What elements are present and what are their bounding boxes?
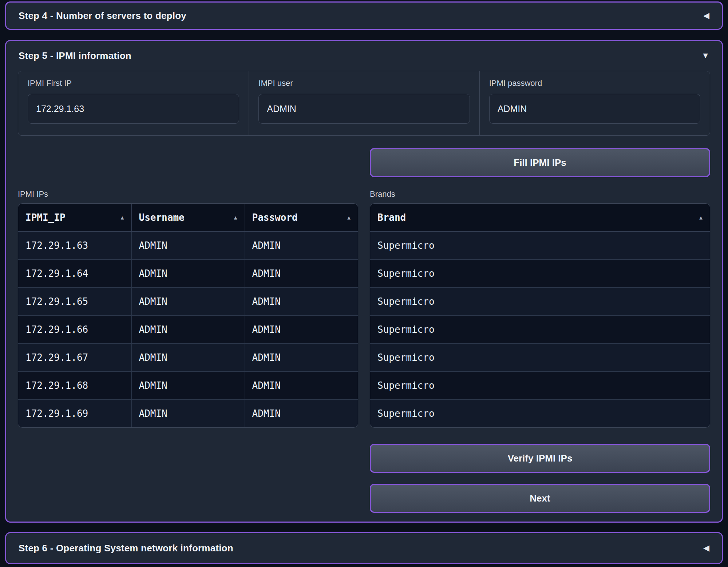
column-header-label: Username	[139, 212, 185, 223]
ipmi-ips-table-label: IPMI IPs	[18, 189, 358, 199]
table-row: Supermicro	[370, 316, 710, 344]
table-cell[interactable]: Supermicro	[370, 372, 710, 400]
table-row: Supermicro	[370, 344, 710, 372]
table-cell[interactable]: 172.29.1.66	[18, 316, 131, 344]
table-cell[interactable]: Supermicro	[370, 260, 710, 288]
step5-content: IPMI First IP IMPI user IPMI password Fi…	[6, 70, 722, 522]
table-row: 172.29.1.67ADMINADMIN	[18, 344, 358, 372]
brands-table-container: Brand▲SupermicroSupermicroSupermicroSupe…	[370, 203, 710, 428]
accordion-step5: Step 5 - IPMI information ▼ IPMI First I…	[5, 40, 723, 523]
table-cell[interactable]: ADMIN	[245, 288, 358, 316]
ipmi-password-label: IPMI password	[489, 79, 700, 88]
accordion-step4-title: Step 4 - Number of servers to deploy	[19, 10, 186, 21]
table-cell[interactable]: Supermicro	[370, 288, 710, 316]
accordion-step6-title: Step 6 - Operating System network inform…	[19, 543, 233, 554]
ipmi-password-input[interactable]	[489, 94, 700, 124]
table-cell[interactable]: Supermicro	[370, 232, 710, 260]
table-cell[interactable]: ADMIN	[131, 372, 245, 400]
table-row: 172.29.1.63ADMINADMIN	[18, 232, 358, 260]
accordion-collapsed-icon[interactable]: ◀	[703, 12, 709, 20]
fill-ipmi-ips-button[interactable]: Fill IPMI IPs	[370, 148, 710, 177]
column-header-ipmi_ip[interactable]: IPMI_IP▲	[18, 204, 131, 232]
table-row: 172.29.1.69ADMINADMIN	[18, 400, 358, 428]
verify-ipmi-ips-button[interactable]: Verify IPMI IPs	[370, 444, 710, 473]
ipmi-ips-table-container: IPMI_IP▲Username▲Password▲172.29.1.63ADM…	[18, 203, 358, 428]
table-row: 172.29.1.65ADMINADMIN	[18, 288, 358, 316]
next-button[interactable]: Next	[370, 484, 710, 513]
table-cell[interactable]: ADMIN	[131, 400, 245, 428]
table-row: 172.29.1.66ADMINADMIN	[18, 316, 358, 344]
deployment-wizard-page: Step 4 - Number of servers to deploy ◀ S…	[0, 0, 728, 566]
table-cell[interactable]: ADMIN	[245, 400, 358, 428]
ipmi-ips-table: IPMI_IP▲Username▲Password▲172.29.1.63ADM…	[18, 204, 358, 427]
table-cell[interactable]: 172.29.1.69	[18, 400, 131, 428]
ipmi-first-ip-field-group: IPMI First IP	[18, 71, 249, 135]
sort-asc-icon: ▲	[120, 214, 124, 221]
ipmi-credentials-form: IPMI First IP IMPI user IPMI password	[18, 71, 710, 136]
accordion-step5-title: Step 5 - IPMI information	[19, 50, 131, 61]
table-cell[interactable]: Supermicro	[370, 344, 710, 372]
table-cell[interactable]: 172.29.1.68	[18, 372, 131, 400]
ipmi-user-label: IMPI user	[258, 79, 470, 88]
table-cell[interactable]: ADMIN	[245, 316, 358, 344]
accordion-step6: Step 6 - Operating System network inform…	[5, 532, 723, 564]
table-cell[interactable]: Supermicro	[370, 400, 710, 428]
table-header-row: Brand▲	[370, 204, 710, 232]
ipmi-first-ip-label: IPMI First IP	[28, 79, 239, 88]
brands-table: Brand▲SupermicroSupermicroSupermicroSupe…	[370, 204, 710, 427]
table-row: Supermicro	[370, 400, 710, 428]
sort-asc-icon: ▲	[347, 214, 351, 221]
table-cell[interactable]: ADMIN	[131, 260, 245, 288]
accordion-step4: Step 4 - Number of servers to deploy ◀	[5, 1, 723, 30]
table-cell[interactable]: ADMIN	[245, 372, 358, 400]
column-header-label: Brand	[377, 212, 406, 223]
brands-table-label: Brands	[370, 189, 710, 199]
table-cell[interactable]: ADMIN	[131, 232, 245, 260]
table-cell[interactable]: 172.29.1.63	[18, 232, 131, 260]
table-cell[interactable]: 172.29.1.67	[18, 344, 131, 372]
accordion-step6-header[interactable]: Step 6 - Operating System network inform…	[6, 533, 722, 563]
table-cell[interactable]: ADMIN	[245, 260, 358, 288]
table-cell[interactable]: 172.29.1.65	[18, 288, 131, 316]
accordion-collapsed-icon[interactable]: ◀	[703, 544, 709, 552]
column-header-label: IPMI_IP	[25, 212, 66, 223]
table-row: Supermicro	[370, 232, 710, 260]
table-row: Supermicro	[370, 288, 710, 316]
table-row: 172.29.1.64ADMINADMIN	[18, 260, 358, 288]
table-cell[interactable]: 172.29.1.64	[18, 260, 131, 288]
table-cell[interactable]: ADMIN	[131, 316, 245, 344]
column-header-label: Password	[252, 212, 298, 223]
table-header-row: IPMI_IP▲Username▲Password▲	[18, 204, 358, 232]
ipmi-user-field-group: IMPI user	[249, 71, 479, 135]
table-cell[interactable]: ADMIN	[131, 288, 245, 316]
table-cell[interactable]: ADMIN	[245, 344, 358, 372]
column-header-username[interactable]: Username▲	[131, 204, 245, 232]
table-cell[interactable]: ADMIN	[245, 232, 358, 260]
sort-asc-icon: ▲	[234, 214, 237, 221]
ipmi-first-ip-input[interactable]	[28, 94, 239, 124]
accordion-step5-header[interactable]: Step 5 - IPMI information ▼	[6, 41, 722, 70]
table-cell[interactable]: ADMIN	[131, 344, 245, 372]
table-cell[interactable]: Supermicro	[370, 316, 710, 344]
ipmi-user-input[interactable]	[258, 94, 470, 124]
ipmi-password-field-group: IPMI password	[479, 71, 710, 135]
column-header-brand[interactable]: Brand▲	[370, 204, 710, 232]
column-header-password[interactable]: Password▲	[245, 204, 358, 232]
sort-asc-icon: ▲	[699, 214, 703, 221]
table-row: Supermicro	[370, 260, 710, 288]
table-row: Supermicro	[370, 372, 710, 400]
table-row: 172.29.1.68ADMINADMIN	[18, 372, 358, 400]
accordion-expanded-icon[interactable]: ▼	[701, 52, 709, 60]
accordion-step4-header[interactable]: Step 4 - Number of servers to deploy ◀	[6, 3, 722, 29]
